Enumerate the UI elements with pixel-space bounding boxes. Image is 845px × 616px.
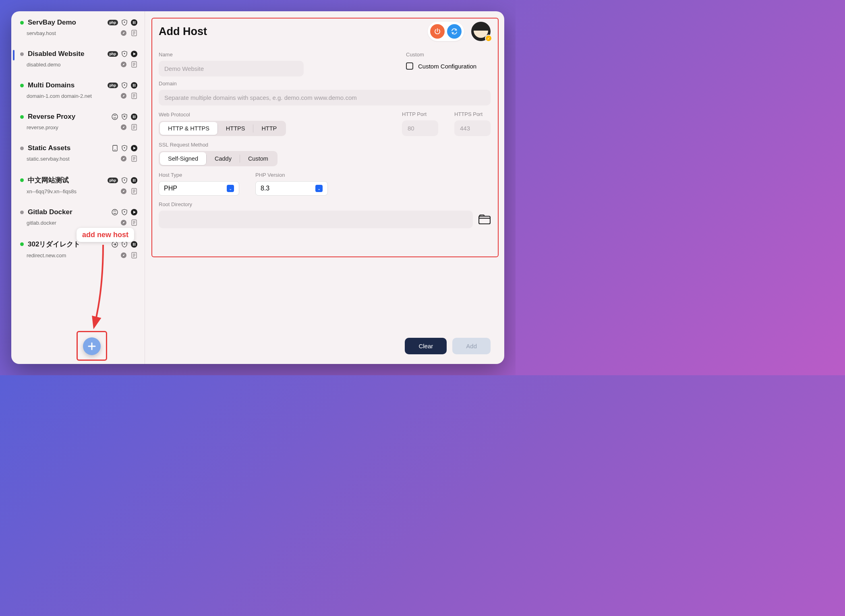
compass-icon[interactable] bbox=[120, 252, 127, 258]
pause-icon[interactable] bbox=[131, 177, 137, 184]
status-dot bbox=[20, 21, 24, 25]
host-name: Reverse Proxy bbox=[28, 113, 108, 121]
verified-badge-icon: ✓ bbox=[485, 35, 492, 42]
compass-icon[interactable] bbox=[120, 188, 127, 194]
note-icon[interactable] bbox=[131, 219, 137, 226]
ssl-label: SSL Request Method bbox=[159, 142, 491, 148]
folder-icon[interactable] bbox=[478, 214, 491, 225]
host-type-label: Host Type bbox=[159, 172, 239, 178]
add-button[interactable]: Add bbox=[452, 338, 491, 354]
https-port-input[interactable] bbox=[454, 120, 491, 136]
compass-icon[interactable] bbox=[120, 124, 127, 130]
sidebar-host-item[interactable]: ServBay Demophpservbay.host bbox=[11, 19, 145, 36]
svg-point-34 bbox=[112, 209, 118, 215]
segment-option[interactable]: Custom bbox=[240, 152, 276, 165]
pause-icon[interactable] bbox=[131, 82, 137, 89]
avatar[interactable]: ✓ bbox=[471, 22, 491, 41]
status-dot bbox=[20, 147, 24, 150]
domain-label: Domain bbox=[159, 81, 491, 87]
clear-button[interactable]: Clear bbox=[405, 338, 447, 354]
sidebar-host-item[interactable]: Disabled Websitephpdisabled.demo bbox=[11, 50, 145, 68]
power-button[interactable] bbox=[430, 24, 445, 39]
svg-point-29 bbox=[131, 177, 137, 184]
host-domain: xn--6qq79v.xn--fiqs8s bbox=[27, 188, 116, 194]
svg-rect-19 bbox=[135, 116, 135, 118]
segment-option[interactable]: HTTP & HTTPS bbox=[160, 122, 217, 135]
php-badge: php bbox=[108, 20, 118, 25]
custom-config-label: Custom Configuration bbox=[418, 63, 476, 70]
sidebar-host-item[interactable]: 中文网站测试phpxn--6qq79v.xn--fiqs8s bbox=[11, 176, 145, 194]
protocol-segment[interactable]: HTTP & HTTPSHTTPSHTTP bbox=[159, 121, 286, 136]
php-version-select[interactable]: 8.3 ⌄ bbox=[255, 181, 328, 196]
root-dir-input[interactable] bbox=[159, 211, 473, 228]
compass-icon[interactable] bbox=[120, 155, 127, 162]
domain-input[interactable] bbox=[159, 90, 491, 105]
sidebar-host-item[interactable]: Gitlab Dockergitlab.docker bbox=[11, 208, 145, 226]
note-icon[interactable] bbox=[131, 93, 137, 99]
segment-option[interactable]: HTTP bbox=[253, 122, 285, 135]
segment-option[interactable]: Self-Signed bbox=[160, 152, 206, 165]
compass-icon[interactable] bbox=[120, 61, 127, 68]
add-host-button[interactable] bbox=[83, 337, 101, 355]
svg-rect-3 bbox=[135, 21, 135, 24]
host-name: Static Assets bbox=[28, 144, 108, 152]
power-icon bbox=[434, 28, 441, 35]
host-domain: reverse.proxy bbox=[27, 124, 116, 130]
svg-rect-31 bbox=[135, 179, 135, 182]
php-badge: php bbox=[108, 51, 118, 57]
segment-option[interactable]: Caddy bbox=[207, 152, 240, 165]
http-port-input[interactable] bbox=[402, 120, 438, 136]
play-icon[interactable] bbox=[131, 145, 137, 151]
compass-icon[interactable] bbox=[120, 30, 127, 36]
type-icon bbox=[112, 114, 118, 120]
php-version-value: 8.3 bbox=[261, 185, 269, 192]
sync-button[interactable] bbox=[447, 24, 462, 39]
svg-rect-42 bbox=[133, 243, 134, 246]
svg-point-35 bbox=[124, 211, 125, 213]
sync-icon bbox=[451, 28, 458, 35]
sidebar-host-item[interactable]: Reverse Proxyreverse.proxy bbox=[11, 113, 145, 130]
note-icon[interactable] bbox=[131, 124, 137, 130]
custom-label: Custom bbox=[406, 52, 491, 58]
compass-icon[interactable] bbox=[120, 219, 127, 226]
svg-point-10 bbox=[124, 85, 125, 86]
host-name: ServBay Demo bbox=[28, 19, 104, 27]
svg-point-24 bbox=[124, 147, 125, 149]
note-icon[interactable] bbox=[131, 188, 137, 194]
play-icon[interactable] bbox=[131, 51, 137, 57]
shield-icon bbox=[121, 209, 128, 215]
compass-icon[interactable] bbox=[120, 93, 127, 99]
host-type-select[interactable]: PHP ⌄ bbox=[159, 181, 239, 196]
segment-option[interactable]: HTTPS bbox=[218, 122, 253, 135]
shield-icon bbox=[121, 145, 128, 151]
host-name: Multi Domains bbox=[28, 81, 104, 89]
pause-icon[interactable] bbox=[131, 241, 137, 248]
pause-icon[interactable] bbox=[131, 19, 137, 26]
play-icon[interactable] bbox=[131, 209, 137, 215]
name-input[interactable] bbox=[159, 61, 304, 76]
svg-point-16 bbox=[112, 114, 118, 120]
svg-rect-46 bbox=[479, 216, 490, 224]
svg-rect-2 bbox=[133, 21, 134, 24]
sidebar-host-item[interactable]: 302リダイレクトredirect.new.com bbox=[11, 240, 145, 258]
sidebar-host-item[interactable]: Multi Domainsphpdomain-1.com domain-2.ne… bbox=[11, 81, 145, 99]
note-icon[interactable] bbox=[131, 30, 137, 36]
pause-icon[interactable] bbox=[131, 114, 137, 120]
svg-point-23 bbox=[114, 149, 115, 150]
svg-point-17 bbox=[131, 114, 137, 120]
chevron-down-icon: ⌄ bbox=[315, 185, 323, 192]
note-icon[interactable] bbox=[131, 252, 137, 258]
shield-icon bbox=[121, 19, 128, 26]
custom-config-checkbox[interactable] bbox=[406, 62, 413, 70]
protocol-label: Web Protocol bbox=[159, 112, 286, 118]
svg-point-40 bbox=[124, 243, 125, 244]
svg-point-1 bbox=[131, 19, 137, 26]
status-dot bbox=[20, 115, 24, 119]
ssl-segment[interactable]: Self-SignedCaddyCustom bbox=[159, 151, 278, 166]
note-icon[interactable] bbox=[131, 61, 137, 68]
sidebar-host-item[interactable]: Static Assetsstatic.servbay.host bbox=[11, 144, 145, 162]
host-name: 中文网站测试 bbox=[28, 176, 104, 185]
svg-rect-18 bbox=[133, 116, 134, 118]
status-dot bbox=[20, 84, 24, 87]
note-icon[interactable] bbox=[131, 155, 137, 162]
